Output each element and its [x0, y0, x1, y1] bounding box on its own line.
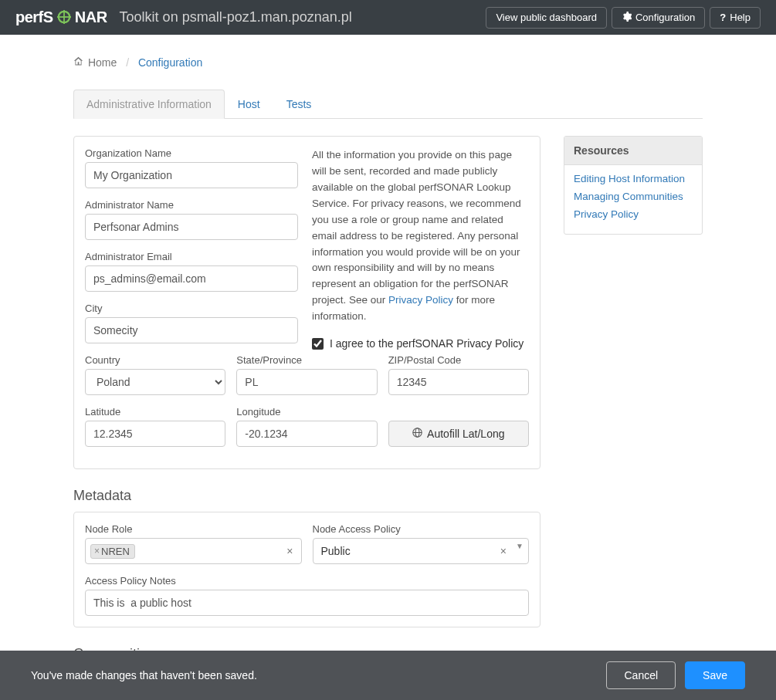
state-label: State/Province	[236, 354, 377, 366]
breadcrumb-current[interactable]: Configuration	[138, 56, 202, 69]
admin-info-panel: Organization Name Administrator Name Adm…	[73, 136, 540, 469]
node-access-policy-value: Public	[321, 545, 351, 557]
privacy-info-text: All the information you provide on this …	[312, 147, 529, 325]
country-select[interactable]: Poland	[85, 369, 225, 395]
node-role-token[interactable]: × NREN	[90, 544, 135, 559]
config-tabs: Administrative Information Host Tests	[73, 89, 703, 119]
org-name-input[interactable]	[85, 162, 298, 188]
question-icon: ?	[720, 12, 726, 23]
node-role-input[interactable]: × NREN ×	[85, 538, 302, 564]
gear-icon	[622, 12, 632, 24]
resource-link-editing-host[interactable]: Editing Host Information	[574, 173, 693, 184]
zip-input[interactable]	[388, 369, 529, 395]
navbar-right: View public dashboard Configuration ? He…	[486, 7, 761, 29]
chevron-down-icon: ▼	[516, 542, 524, 550]
latitude-input[interactable]	[85, 421, 225, 447]
logo: perfS NAR	[15, 8, 107, 26]
autofill-label: Autofill Lat/Long	[427, 428, 504, 440]
privacy-policy-link[interactable]: Privacy Policy	[388, 294, 453, 306]
unsaved-changes-bar: You've made changes that haven't been sa…	[0, 651, 776, 700]
autofill-spacer-label	[388, 406, 529, 418]
cancel-button[interactable]: Cancel	[606, 661, 676, 689]
agree-checkbox[interactable]	[312, 338, 324, 350]
city-label: City	[85, 303, 298, 314]
logo-suffix: NAR	[75, 8, 107, 25]
admin-name-label: Administrator Name	[85, 199, 298, 211]
home-icon	[73, 56, 86, 69]
configuration-button[interactable]: Configuration	[612, 7, 705, 29]
state-input[interactable]	[236, 369, 377, 395]
resources-heading: Resources	[564, 137, 702, 165]
navbar: perfS NAR Toolkit on psmall-poz1.man.poz…	[0, 0, 776, 35]
metadata-heading: Metadata	[73, 488, 540, 504]
clear-node-role-icon[interactable]: ×	[283, 545, 296, 557]
tab-host[interactable]: Host	[225, 90, 273, 119]
zip-label: ZIP/Postal Code	[388, 354, 529, 366]
target-icon	[53, 8, 75, 25]
admin-email-label: Administrator Email	[85, 251, 298, 262]
privacy-info-part1: All the information you provide on this …	[312, 149, 521, 306]
configuration-label: Configuration	[635, 12, 695, 23]
longitude-label: Longitude	[236, 406, 377, 418]
save-button[interactable]: Save	[685, 661, 745, 689]
autofill-latlong-button[interactable]: Autofill Lat/Long	[388, 421, 529, 447]
access-policy-notes-input[interactable]	[85, 590, 529, 616]
brand: perfS NAR Toolkit on psmall-poz1.man.poz…	[15, 8, 352, 26]
node-access-policy-label: Node Access Policy	[313, 523, 530, 535]
org-name-label: Organization Name	[85, 147, 298, 159]
help-label: Help	[730, 12, 751, 23]
globe-icon	[412, 428, 422, 440]
latitude-label: Latitude	[85, 406, 225, 418]
resource-link-privacy-policy[interactable]: Privacy Policy	[574, 208, 693, 220]
unsaved-changes-message: You've made changes that haven't been sa…	[31, 669, 597, 681]
remove-token-icon[interactable]: ×	[94, 546, 100, 556]
admin-email-input[interactable]	[85, 265, 298, 292]
view-public-dashboard-button[interactable]: View public dashboard	[486, 7, 607, 29]
logo-prefix: perfS	[15, 8, 53, 25]
node-role-token-label: NREN	[101, 546, 130, 557]
clear-policy-icon[interactable]: ×	[497, 545, 510, 557]
toolkit-host: Toolkit on psmall-poz1.man.poznan.pl	[120, 9, 352, 25]
longitude-input[interactable]	[236, 421, 377, 447]
tab-admin-info[interactable]: Administrative Information	[73, 90, 225, 119]
access-policy-notes-label: Access Policy Notes	[85, 575, 529, 587]
resources-panel: Resources Editing Host Information Manag…	[564, 136, 703, 235]
help-button[interactable]: ? Help	[710, 7, 761, 29]
node-access-policy-select[interactable]: Public × ▼	[313, 538, 530, 564]
breadcrumb-separator: /	[126, 56, 129, 69]
city-input[interactable]	[85, 317, 298, 343]
breadcrumb: Home / Configuration	[73, 56, 703, 69]
node-role-label: Node Role	[85, 523, 302, 535]
country-label: Country	[85, 354, 225, 366]
admin-name-input[interactable]	[85, 214, 298, 240]
breadcrumb-home[interactable]: Home	[88, 56, 117, 69]
agree-checkbox-row[interactable]: I agree to the perfSONAR Privacy Policy	[312, 337, 529, 350]
tab-tests[interactable]: Tests	[273, 90, 325, 119]
metadata-panel: Node Role × NREN × Node Access Policy	[73, 512, 540, 627]
agree-label: I agree to the perfSONAR Privacy Policy	[330, 337, 524, 350]
resource-link-managing-communities[interactable]: Managing Communities	[574, 191, 693, 202]
